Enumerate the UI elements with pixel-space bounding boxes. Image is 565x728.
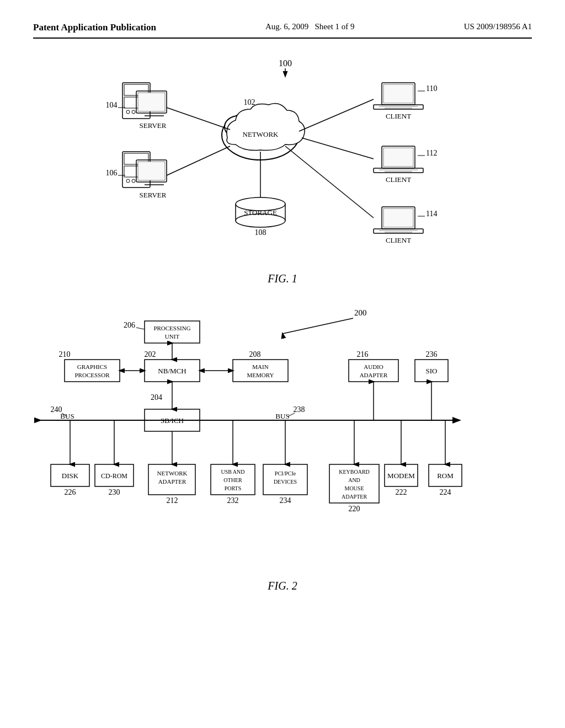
main-mem-label2: MEMORY xyxy=(247,372,274,378)
label-234: 234 xyxy=(280,496,291,505)
label-240: 240 xyxy=(51,405,62,414)
label-200: 200 xyxy=(354,308,367,317)
label-102: 102 xyxy=(244,98,255,106)
page: Patent Application Publication Aug. 6, 2… xyxy=(0,0,565,728)
usb-label: USB AND xyxy=(221,469,244,475)
svg-rect-45 xyxy=(374,229,423,233)
label-236: 236 xyxy=(426,350,438,358)
pci-label2: DEVICES xyxy=(274,479,297,485)
graphics-proc-label: GRAPHICS xyxy=(77,363,107,370)
label-114: 114 xyxy=(426,210,437,218)
rom-label: ROM xyxy=(437,472,454,480)
main-mem-label: MAIN xyxy=(252,363,268,370)
svg-point-13 xyxy=(126,179,130,183)
svg-point-4 xyxy=(126,110,130,114)
label-104: 104 xyxy=(106,101,118,109)
bus-right-label: BUS xyxy=(275,412,289,420)
fig2-container: 200 PROCESSING UNIT 206 NB/MCH 202 xyxy=(34,302,531,592)
label-230: 230 xyxy=(109,488,120,496)
svg-line-54 xyxy=(136,328,145,329)
nb-mch-label: NB/MCH xyxy=(158,367,186,375)
label-212: 212 xyxy=(167,496,178,505)
label-110: 110 xyxy=(426,84,437,93)
svg-rect-16 xyxy=(138,162,165,180)
label-204: 204 xyxy=(151,393,162,402)
server-label-2: SERVER xyxy=(140,191,167,199)
header-patent-number: US 2009/198956 A1 xyxy=(464,22,532,31)
audio-adapter-label: AUDIO xyxy=(364,363,383,370)
label-108: 108 xyxy=(255,228,266,237)
usb-label2: OTHER xyxy=(223,477,242,483)
disk-label: DISK xyxy=(62,472,79,480)
fig2-label: FIG. 2 xyxy=(268,580,297,592)
page-header: Patent Application Publication Aug. 6, 2… xyxy=(33,22,532,39)
label-202: 202 xyxy=(145,350,156,358)
processing-unit-label: PROCESSING xyxy=(153,325,190,331)
label-224: 224 xyxy=(440,488,451,496)
fig2-svg: 200 PROCESSING UNIT 206 NB/MCH 202 xyxy=(34,302,531,577)
svg-line-51 xyxy=(285,146,374,218)
label-206: 206 xyxy=(124,321,135,329)
graphics-proc-label2: PROCESSOR xyxy=(75,372,110,378)
svg-rect-44 xyxy=(383,208,413,227)
svg-rect-60 xyxy=(233,360,288,382)
sio-label: SIO xyxy=(426,367,438,375)
server-label-1: SERVER xyxy=(140,121,167,130)
kbd-label4: ADAPTER xyxy=(342,494,367,500)
header-date-sheet: Aug. 6, 2009 Sheet 1 of 9 xyxy=(265,22,355,31)
kbd-label: KEYBOARD xyxy=(339,469,370,475)
svg-rect-7 xyxy=(138,93,165,111)
svg-line-50 xyxy=(302,138,374,159)
client-label-1: CLIENT xyxy=(386,112,411,120)
label-220: 220 xyxy=(349,505,360,513)
label-208: 208 xyxy=(249,350,261,358)
modem-label: MODEM xyxy=(387,472,415,480)
cdrom-label: CD-ROM xyxy=(101,472,127,480)
svg-rect-53 xyxy=(145,321,200,343)
svg-rect-32 xyxy=(383,84,413,103)
pci-label: PCI/PCIe xyxy=(275,470,296,477)
fig1-label: FIG. 1 xyxy=(268,272,297,285)
label-232: 232 xyxy=(227,496,239,505)
svg-rect-58 xyxy=(65,360,120,382)
label-112: 112 xyxy=(426,149,437,157)
storage-label: STORAGE xyxy=(244,208,277,217)
label-100: 100 xyxy=(279,58,292,68)
svg-line-49 xyxy=(299,99,374,131)
svg-line-29 xyxy=(167,108,230,130)
label-210: 210 xyxy=(59,350,71,358)
svg-rect-62 xyxy=(349,360,398,382)
client-label-3: CLIENT xyxy=(386,236,411,244)
client-label-2: CLIENT xyxy=(386,175,411,184)
header-publication-label: Patent Application Publication xyxy=(33,22,156,33)
kbd-label3: MOUSE xyxy=(344,485,364,491)
kbd-label2: AND xyxy=(348,477,360,483)
label-216: 216 xyxy=(357,350,369,358)
svg-rect-39 xyxy=(374,168,423,173)
label-238: 238 xyxy=(294,405,305,414)
label-222: 222 xyxy=(396,488,407,496)
net-adapt-label: NETWORK xyxy=(157,470,188,477)
label-226: 226 xyxy=(65,488,76,496)
svg-rect-33 xyxy=(374,105,423,109)
figures-area: 100 xyxy=(33,50,532,592)
svg-rect-38 xyxy=(383,148,413,167)
label-106: 106 xyxy=(106,169,118,177)
net-adapt-label2: ADAPTER xyxy=(158,478,186,485)
svg-point-14 xyxy=(132,179,135,183)
svg-line-52 xyxy=(282,318,353,334)
svg-point-5 xyxy=(132,110,135,114)
fig1-container: 100 xyxy=(56,50,509,285)
fig1-svg: 100 xyxy=(56,50,509,270)
svg-line-30 xyxy=(167,146,230,175)
network-label: NETWORK xyxy=(243,130,279,138)
processing-unit-label2: UNIT xyxy=(165,333,180,340)
audio-adapter-label2: ADAPTER xyxy=(360,372,388,378)
usb-label3: PORTS xyxy=(225,485,242,491)
